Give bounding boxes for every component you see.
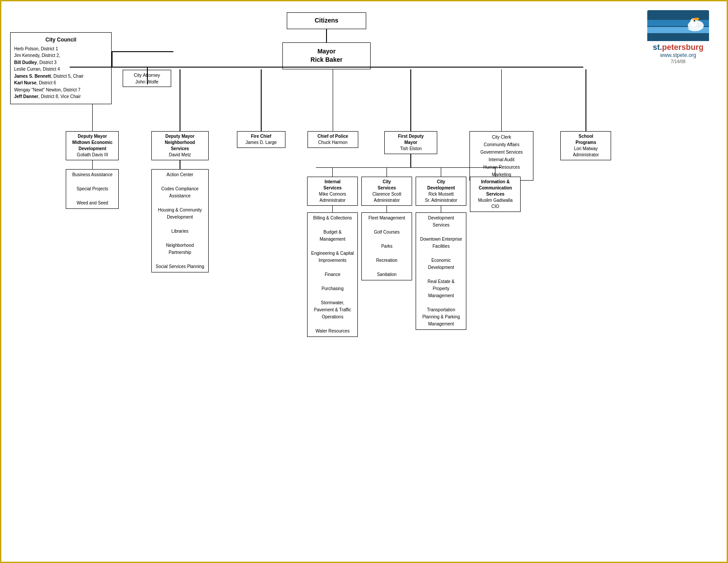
council-member-5: James S. Bennett, District 5, Chair: [14, 73, 108, 80]
mayor-box: Mayor Rick Baker: [282, 42, 371, 69]
fire-chief-col: Fire ChiefJames D. Large: [229, 69, 293, 148]
deputy-neighborhood-col: Deputy MayorNeighborhoodServicesDavid Me…: [139, 69, 221, 272]
police-chief-col: Chief of PoliceChuck Harmon: [301, 69, 364, 148]
city-services-sub-box: Fleet ManagementGolf CoursesParksRecreat…: [361, 212, 412, 280]
ics-col: Information &CommunicationServicesMuslim…: [470, 168, 521, 337]
city-development-sub-box: Development ServicesDowntown Enterprise …: [416, 212, 466, 330]
logo-date-text: 7/14/08: [643, 59, 713, 64]
deputy-neighborhood-box: Deputy MayorNeighborhoodServicesDavid Me…: [151, 131, 209, 160]
deputy-midtown-sub-box: Business AssistanceSpecial ProjectsWeed …: [66, 169, 119, 209]
city-council-box: City Council Herb Polson, District 1 Jim…: [10, 32, 112, 104]
council-member-3: Bill Dudley, District 3: [14, 59, 108, 66]
internal-services-box: InternalServicesMike ConnorsAdministrato…: [307, 177, 358, 206]
svg-point-7: [694, 20, 695, 22]
deputy-neighborhood-sub-box: Action CenterCodes Compliance Assistance…: [151, 169, 209, 272]
internal-services-sub-box: Billing & CollectionsBudget & Management…: [307, 212, 358, 337]
council-member-8: Jeff Danner, District 8, Vice Chair: [14, 93, 108, 100]
logo-brand-text: st.petersburg: [643, 43, 713, 52]
logo-area: st.petersburg www.stpete.org 7/14/08: [643, 10, 713, 64]
svg-rect-4: [647, 34, 709, 41]
deputy-midtown-box: Deputy MayorMidtown EconomicDevelopmentG…: [66, 131, 119, 160]
svg-rect-1: [647, 10, 709, 19]
first-deputy-box: First DeputyMayorTish Elston: [384, 131, 437, 154]
page: st.petersburg www.stpete.org 7/14/08 Cit…: [6, 6, 722, 536]
citizens-box: Citizens: [287, 12, 366, 29]
city-development-col: CityDevelopmentRick MussettSr. Administr…: [416, 168, 466, 337]
city-development-box: CityDevelopmentRick MussettSr. Administr…: [416, 177, 466, 206]
council-member-2: Jim Kennedy, District 2,: [14, 52, 108, 59]
police-chief-box: Chief of PoliceChuck Harmon: [308, 131, 358, 148]
school-programs-box: SchoolProgramsLori MatwayAdministrator: [560, 131, 611, 160]
internal-services-col: InternalServicesMike ConnorsAdministrato…: [307, 168, 358, 337]
first-deputy-col: First DeputyMayorTish Elston InternalSer…: [373, 69, 449, 337]
stpete-logo-icon: [647, 10, 709, 41]
council-member-7: Wengay "Newt" Newton, District 7: [14, 87, 108, 94]
fire-chief-box: Fire ChiefJames D. Large: [237, 131, 285, 148]
logo-url-text: www.stpete.org: [643, 52, 713, 58]
school-programs-col: SchoolProgramsLori MatwayAdministrator: [554, 69, 617, 160]
council-member-1: Herb Polson, District 1: [14, 45, 108, 53]
city-clerk-col: City ClerkCommunity AffairsGovernment Se…: [457, 69, 546, 181]
council-member-6: Karl Nurse, District 6: [14, 79, 108, 87]
ics-box: Information &CommunicationServicesMuslim…: [470, 177, 521, 212]
city-services-col: CityServicesClarence ScottAdministrator …: [361, 168, 412, 337]
city-services-box: CityServicesClarence ScottAdministrator: [361, 177, 412, 206]
